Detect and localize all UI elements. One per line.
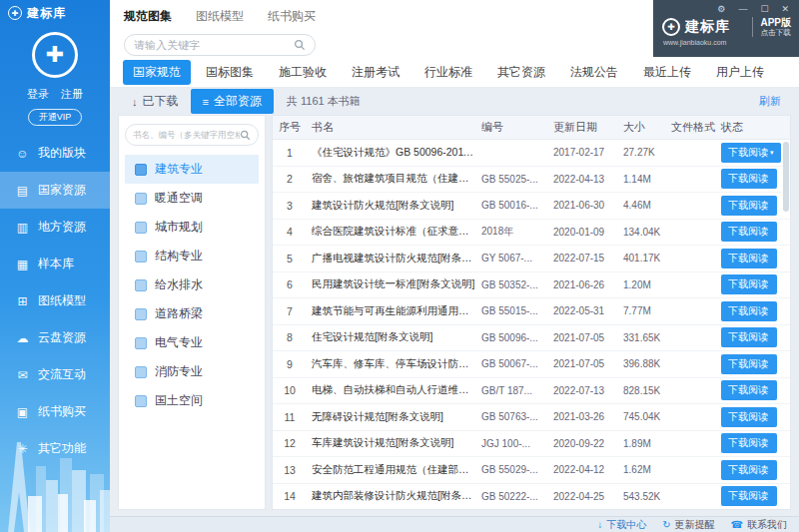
table-row[interactable]: 9 汽车库、修车库、停车场设计防火规范[附条文说明] GB 50067-... … bbox=[273, 351, 790, 378]
app-download[interactable]: APP版 点击下载 bbox=[752, 17, 791, 37]
row-index: 6 bbox=[273, 278, 307, 290]
download-read-label: 下载阅读 bbox=[728, 489, 768, 503]
top-tab-drawing-models[interactable]: 图纸模型 bbox=[196, 8, 244, 25]
tab-national-standards[interactable]: 国家规范 bbox=[123, 60, 191, 85]
tab-downloaded[interactable]: ↓ 已下载 bbox=[120, 89, 191, 114]
table-row[interactable]: 13 安全防范工程通用规范（住建部公开版） GB 55029-... 2022-… bbox=[273, 457, 790, 484]
app-download-action[interactable]: 点击下载 bbox=[760, 29, 791, 38]
search-input[interactable] bbox=[134, 39, 294, 51]
sidebar-item-other-functions[interactable]: ✳ 其它功能 bbox=[0, 430, 110, 467]
category-roads-bridges[interactable]: 道路桥梁 bbox=[125, 299, 259, 328]
table-row[interactable]: 8 住宅设计规范[附条文说明] GB 50096-... 2021-07-05 … bbox=[273, 325, 790, 352]
row-index: 11 bbox=[273, 411, 307, 423]
download-read-button[interactable]: 下载阅读 bbox=[721, 486, 777, 506]
filter-search-icon[interactable] bbox=[240, 130, 251, 141]
download-read-button[interactable]: 下载阅读 ▾ bbox=[721, 143, 781, 163]
top-tab-paper-books[interactable]: 纸书购买 bbox=[268, 8, 316, 25]
sidebar-item-community[interactable]: ✉ 交流互动 bbox=[0, 356, 110, 393]
vip-button[interactable]: 开通VIP bbox=[28, 109, 83, 126]
download-center-link[interactable]: ↓ 下载中心 bbox=[597, 518, 646, 532]
category-territorial-space[interactable]: 国土空间 bbox=[125, 386, 259, 415]
column-header: 大小 bbox=[618, 120, 666, 135]
table-row[interactable]: 5 广播电视建筑设计防火规范[附条文说明] GY 5067-... 2022-0… bbox=[273, 246, 790, 272]
tab-user-uploads[interactable]: 用户上传 bbox=[706, 60, 774, 85]
download-read-button[interactable]: 下载阅读 bbox=[721, 169, 777, 189]
maximize-button[interactable]: ☐ bbox=[760, 5, 768, 14]
book-title: 电梯、自动扶梯和自动人行道维修规范 bbox=[307, 383, 476, 397]
category-hvac[interactable]: 暖通空调 bbox=[125, 184, 259, 213]
tab-national-atlas[interactable]: 国标图集 bbox=[196, 60, 264, 85]
table-row[interactable]: 7 建筑节能与可再生能源利用通用规范[附条文说明] GB 55015-... 2… bbox=[273, 298, 790, 325]
app-logo: ✚ bbox=[32, 32, 78, 78]
table-row[interactable]: 11 无障碍设计规范[附条文说明] GB 50763-... 2021-03-2… bbox=[273, 404, 790, 431]
category-water-supply[interactable]: 给水排水 bbox=[125, 270, 259, 299]
category-label: 暖通空调 bbox=[155, 190, 203, 207]
book-code: GB 55029-... bbox=[476, 464, 548, 475]
table-row[interactable]: 14 建筑内部装修设计防火规范[附条文说明] GB 50222-... 2022… bbox=[273, 484, 790, 510]
sidebar-item-my-sections[interactable]: ☺ 我的版块 bbox=[0, 135, 110, 172]
tab-regulations[interactable]: 法规公告 bbox=[560, 60, 628, 85]
download-read-button[interactable]: 下载阅读 bbox=[721, 274, 777, 294]
scrollbar[interactable] bbox=[783, 142, 789, 507]
download-read-button[interactable]: 下载阅读 bbox=[721, 354, 777, 374]
update-reminder-link[interactable]: ↻ 更新提醒 bbox=[662, 518, 714, 532]
category-electrical[interactable]: 电气专业 bbox=[125, 328, 259, 357]
download-read-button[interactable]: 下载阅读 bbox=[721, 460, 777, 480]
login-link[interactable]: 登录 bbox=[27, 87, 49, 102]
sidebar-item-cloud-resources[interactable]: ☁ 云盘资源 bbox=[0, 319, 110, 356]
tab-other-resources[interactable]: 其它资源 bbox=[487, 60, 555, 85]
row-index: 10 bbox=[273, 384, 307, 396]
sidebar-item-label: 纸书购买 bbox=[38, 403, 86, 420]
table-row[interactable]: 3 建筑设计防火规范[附条文说明] GB 50016-... 2021-06-3… bbox=[273, 193, 790, 220]
category-structure[interactable]: 结构专业 bbox=[125, 242, 259, 270]
sidebar-item-drawing-models[interactable]: ⊞ 图纸模型 bbox=[0, 282, 110, 319]
download-read-button[interactable]: 下载阅读 bbox=[721, 380, 777, 400]
table-row[interactable]: 10 电梯、自动扶梯和自动人行道维修规范 GB/T 187... 2022-07… bbox=[273, 378, 790, 405]
table-row[interactable]: 1 《住宅设计规范》GB 50096-2011局部修订条文及说... 2017-… bbox=[273, 140, 790, 167]
tab-construction-acceptance[interactable]: 施工验收 bbox=[269, 60, 337, 85]
register-link[interactable]: 注册 bbox=[61, 87, 83, 102]
download-read-button[interactable]: 下载阅读 bbox=[721, 196, 777, 216]
table-row[interactable]: 2 宿舍、旅馆建筑项目规范（住建部公开版） GB 55025-... 2022-… bbox=[273, 167, 790, 194]
refresh-button[interactable]: 刷新 bbox=[759, 94, 789, 109]
row-index: 3 bbox=[273, 200, 307, 212]
file-size: 134.04K bbox=[618, 227, 666, 238]
download-read-button[interactable]: 下载阅读 bbox=[721, 301, 777, 321]
minimize-button[interactable]: — bbox=[738, 5, 747, 14]
download-read-button[interactable]: 下载阅读 bbox=[721, 249, 777, 268]
tab-registration-exam[interactable]: 注册考试 bbox=[342, 60, 409, 85]
sidebar-item-local-resources[interactable]: ▥ 地方资源 bbox=[0, 209, 110, 246]
filter-search-input[interactable] bbox=[133, 130, 240, 140]
book-code: GB 50016-... bbox=[476, 200, 548, 211]
book-code: GB 50067-... bbox=[476, 358, 548, 369]
sidebar-item-national-resources[interactable]: ▤ 国家资源 bbox=[0, 172, 110, 209]
file-size: 1.20M bbox=[618, 279, 666, 290]
scrollbar-thumb[interactable] bbox=[783, 142, 789, 212]
category-fire-protection[interactable]: 消防专业 bbox=[125, 357, 259, 386]
download-read-button[interactable]: 下载阅读 bbox=[721, 327, 777, 347]
category-label: 建筑专业 bbox=[155, 161, 203, 178]
category-architecture[interactable]: 建筑专业 bbox=[125, 155, 259, 184]
search-icon[interactable] bbox=[294, 39, 306, 51]
sidebar-item-paper-books[interactable]: ▣ 纸书购买 bbox=[0, 393, 110, 430]
tab-recent-uploads[interactable]: 最近上传 bbox=[633, 60, 701, 85]
top-tab-spec-atlas[interactable]: 规范图集 bbox=[124, 8, 172, 25]
update-date: 2021-07-05 bbox=[548, 358, 618, 369]
file-size: 543.52K bbox=[618, 491, 666, 502]
contact-us-link[interactable]: ☎ 联系我们 bbox=[731, 518, 787, 532]
category-urban-planning[interactable]: 城市规划 bbox=[125, 213, 259, 242]
table-row[interactable]: 6 民用建筑设计统一标准[附条文说明] GB 50352-... 2021-06… bbox=[273, 272, 790, 299]
table-row[interactable]: 12 车库建筑设计规范[附条文说明] JGJ 100-... 2020-09-2… bbox=[273, 431, 790, 458]
settings-icon[interactable]: ⚙ bbox=[717, 5, 725, 14]
download-icon: ↓ bbox=[132, 96, 138, 108]
download-read-button[interactable]: 下载阅读 bbox=[721, 433, 777, 453]
download-read-button[interactable]: 下载阅读 bbox=[721, 407, 777, 427]
tab-industry-standards[interactable]: 行业标准 bbox=[414, 60, 482, 85]
tab-all-resources[interactable]: ≡ 全部资源 bbox=[191, 89, 274, 114]
sidebar-item-label: 地方资源 bbox=[38, 219, 86, 236]
brand-logo-icon: ✚ bbox=[662, 18, 680, 36]
table-row[interactable]: 4 综合医院建筑设计标准（征求意见稿） 2018年 2020-01-09 134… bbox=[273, 220, 790, 247]
close-button[interactable]: ✕ bbox=[781, 5, 789, 14]
sidebar-item-sample-library[interactable]: ▦ 样本库 bbox=[0, 246, 110, 282]
download-read-button[interactable]: 下载阅读 bbox=[721, 222, 777, 242]
